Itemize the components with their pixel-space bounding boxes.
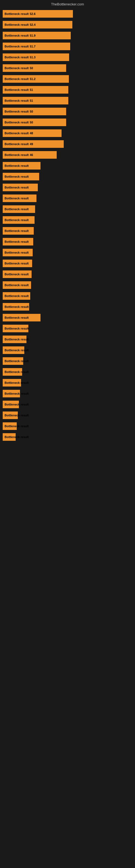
bar-wrapper: Bottleneck result50 bbox=[3, 64, 66, 72]
bar-label: Bottleneck result bbox=[4, 283, 29, 287]
bar-row: Bottleneck result bbox=[3, 172, 132, 182]
bars-container: Bottleneck result52.6Bottleneck result52… bbox=[0, 7, 135, 444]
bar-fill: Bottleneck result bbox=[3, 216, 35, 224]
bar-label: Bottleneck result bbox=[4, 186, 29, 189]
bar-wrapper: Bottleneck result49 bbox=[3, 140, 64, 148]
bar-label: Bottleneck result bbox=[4, 164, 29, 167]
bar-value: 46 bbox=[30, 153, 33, 156]
bar-row: Bottleneck result bbox=[3, 248, 132, 257]
bar-wrapper: Bottleneck result bbox=[3, 281, 31, 289]
bar-label: Bottleneck result bbox=[4, 229, 29, 232]
bar-row: Bottleneck result bbox=[3, 389, 132, 399]
bar-label: Bottleneck result bbox=[4, 88, 29, 91]
bar-value: 50 bbox=[30, 66, 33, 70]
bar-value: 52.6 bbox=[30, 12, 35, 16]
bar-label: Bottleneck result bbox=[4, 99, 29, 102]
bar-wrapper: Bottleneck result52.6 bbox=[3, 10, 73, 18]
bar-wrapper: Bottleneck result bbox=[3, 357, 23, 365]
bar-label: Bottleneck result bbox=[4, 381, 29, 384]
bar-wrapper: Bottleneck result bbox=[3, 303, 29, 311]
site-header: TheBottlenecker.com bbox=[0, 0, 135, 7]
bar-value: 51.7 bbox=[30, 45, 35, 48]
bar-wrapper: Bottleneck result50 bbox=[3, 108, 66, 115]
bar-row: Bottleneck result bbox=[3, 204, 132, 214]
bar-fill: Bottleneck result48 bbox=[3, 129, 61, 137]
bar-row: Bottleneck result50 bbox=[3, 106, 132, 116]
bar-row: Bottleneck result51.3 bbox=[3, 52, 132, 62]
bar-wrapper: Bottleneck result bbox=[3, 346, 24, 354]
bar-fill: Bottleneck result50 bbox=[3, 119, 66, 126]
bar-fill: Bottleneck result51 bbox=[3, 97, 68, 104]
bar-wrapper: Bottleneck result52.4 bbox=[3, 21, 72, 29]
bar-value: 51.3 bbox=[30, 56, 35, 59]
bar-fill: Bottleneck result bbox=[3, 259, 32, 267]
bar-row: Bottleneck result50 bbox=[3, 63, 132, 73]
bar-wrapper: Bottleneck result bbox=[3, 238, 33, 246]
bar-wrapper: Bottleneck result51.9 bbox=[3, 32, 71, 39]
bar-row: Bottleneck result bbox=[3, 323, 132, 333]
bar-row: Bottleneck result bbox=[3, 367, 132, 377]
bar-label: Bottleneck result bbox=[4, 327, 29, 330]
bar-label: Bottleneck result bbox=[4, 153, 29, 156]
bar-wrapper: Bottleneck result bbox=[3, 433, 16, 441]
bar-fill: Bottleneck result bbox=[3, 184, 38, 191]
bar-label: Bottleneck result bbox=[4, 110, 29, 113]
bar-row: Bottleneck result50 bbox=[3, 118, 132, 127]
bar-label: Bottleneck result bbox=[4, 23, 29, 26]
bar-row: Bottleneck result bbox=[3, 410, 132, 420]
bar-label: Bottleneck result bbox=[4, 316, 29, 319]
bar-wrapper: Bottleneck result bbox=[3, 422, 17, 430]
bar-fill: Bottleneck result bbox=[3, 422, 17, 430]
bar-fill: Bottleneck result bbox=[3, 238, 33, 246]
bar-fill: Bottleneck result bbox=[3, 357, 23, 365]
bar-label: Bottleneck result bbox=[4, 338, 29, 341]
bar-fill: Bottleneck result bbox=[3, 162, 41, 169]
bar-row: Bottleneck result bbox=[3, 345, 132, 355]
bar-label: Bottleneck result bbox=[4, 273, 29, 276]
bar-fill: Bottleneck result52.4 bbox=[3, 21, 72, 29]
bar-label: Bottleneck result bbox=[4, 66, 29, 70]
bar-fill: Bottleneck result bbox=[3, 173, 39, 180]
bar-row: Bottleneck result bbox=[3, 421, 132, 431]
bar-fill: Bottleneck result bbox=[3, 433, 16, 441]
bar-fill: Bottleneck result bbox=[3, 303, 29, 311]
bar-label: Bottleneck result bbox=[4, 12, 29, 16]
bar-label: Bottleneck result bbox=[4, 208, 29, 211]
bar-value: 50 bbox=[30, 110, 33, 113]
bar-row: Bottleneck result bbox=[3, 356, 132, 366]
bar-label: Bottleneck result bbox=[4, 218, 29, 222]
bar-value: 51 bbox=[30, 88, 33, 91]
bar-row: Bottleneck result51 bbox=[3, 96, 132, 105]
bar-wrapper: Bottleneck result bbox=[3, 249, 33, 256]
bar-value: 48 bbox=[30, 131, 33, 135]
bar-row: Bottleneck result48 bbox=[3, 128, 132, 138]
bar-wrapper: Bottleneck result51 bbox=[3, 86, 68, 94]
bar-row: Bottleneck result bbox=[3, 258, 132, 268]
bar-fill: Bottleneck result bbox=[3, 401, 19, 408]
bar-row: Bottleneck result bbox=[3, 280, 132, 290]
bar-fill: Bottleneck result51 bbox=[3, 86, 68, 94]
bar-wrapper: Bottleneck result bbox=[3, 184, 38, 191]
bar-label: Bottleneck result bbox=[4, 197, 29, 200]
bar-value: 51 bbox=[30, 99, 33, 102]
bar-wrapper: Bottleneck result46 bbox=[3, 151, 57, 159]
bar-fill: Bottleneck result46 bbox=[3, 151, 57, 159]
bar-row: Bottleneck result bbox=[3, 313, 132, 322]
bar-row: Bottleneck result bbox=[3, 269, 132, 279]
bar-row: Bottleneck result bbox=[3, 291, 132, 301]
bar-fill: Bottleneck result bbox=[3, 194, 37, 202]
bar-fill: Bottleneck result bbox=[3, 292, 30, 300]
bar-wrapper: Bottleneck result bbox=[3, 314, 41, 321]
bar-fill: Bottleneck result bbox=[3, 346, 24, 354]
bar-value: 49 bbox=[30, 143, 33, 146]
bar-wrapper: Bottleneck result bbox=[3, 379, 21, 386]
bar-fill: Bottleneck result bbox=[3, 390, 20, 397]
bar-label: Bottleneck result bbox=[4, 403, 29, 406]
bar-label: Bottleneck result bbox=[4, 294, 29, 298]
bar-row: Bottleneck result52.4 bbox=[3, 20, 132, 30]
bar-row: Bottleneck result bbox=[3, 183, 132, 192]
bar-fill: Bottleneck result bbox=[3, 379, 21, 386]
bar-wrapper: Bottleneck result51 bbox=[3, 97, 68, 104]
bar-label: Bottleneck result bbox=[4, 370, 29, 373]
bar-label: Bottleneck result bbox=[4, 45, 29, 48]
